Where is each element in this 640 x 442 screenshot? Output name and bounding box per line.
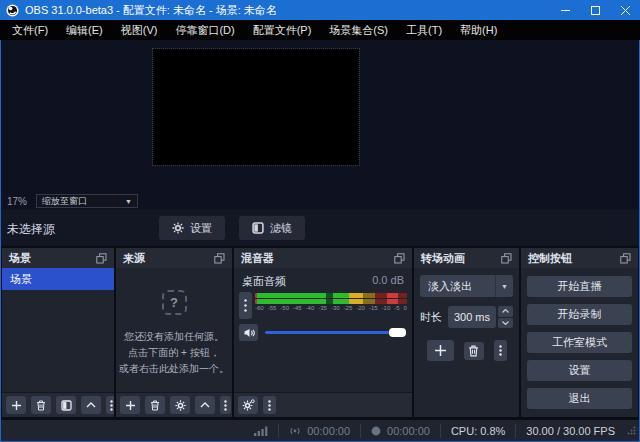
preview-zoom-row: 17% 缩放至窗口 ▼ [1,192,639,210]
mixer-body: 桌面音频 0.0 dB -60-55-50-45-40-35-30-25-20-… [234,268,412,392]
channel-options-button[interactable] [239,292,252,319]
stream-timer: 00:00:00 [278,424,360,438]
start-recording-button[interactable]: 开始录制 [527,304,632,325]
add-scene-button[interactable] [6,396,26,414]
duration-label: 时长 [420,310,442,325]
advanced-audio-button[interactable] [238,396,258,414]
exit-button[interactable]: 退出 [527,388,632,409]
volume-meter-left [255,293,407,298]
transition-more-button[interactable] [494,340,507,361]
duration-decrease-button[interactable] [498,318,513,329]
mixer-header: 混音器 [234,248,412,268]
add-transition-button[interactable] [427,340,454,361]
settings-button[interactable]: 设置 [527,360,632,381]
zoom-level-label: 17% [7,196,27,207]
obs-logo-icon [6,4,19,17]
remove-source-button[interactable] [145,396,165,414]
controls-title: 控制按钮 [528,251,572,266]
connection-status [244,424,278,438]
add-source-button[interactable] [120,396,140,414]
source-move-up-button[interactable] [195,396,215,414]
mixer-more-button[interactable] [263,396,276,414]
sources-title: 来源 [123,251,145,266]
cpu-usage: CPU: 0.8% [440,424,515,438]
sources-empty-state: ? 您还没有添加任何源。 点击下面的 + 按钮， 或者右击此处添加一个。 [116,290,232,377]
duration-spinbox[interactable]: 300 ms [448,306,513,328]
sources-more-button[interactable] [220,396,231,414]
menu-help[interactable]: 帮助(H) [451,20,506,40]
controls-panel: 控制按钮 开始直播 开始录制 工作室模式 设置 退出 [521,248,638,417]
obs-window: OBS 31.0.0-beta3 - 配置文件: 未命名 - 场景: 未命名 文… [0,0,640,442]
popout-icon[interactable] [394,253,405,264]
studio-mode-button[interactable]: 工作室模式 [527,332,632,353]
start-streaming-button[interactable]: 开始直播 [527,276,632,297]
empty-hint-line1: 您还没有添加任何源。 [119,329,229,345]
sources-toolbar [116,392,232,417]
sources-panel: 来源 ? 您还没有添加任何源。 点击下面的 + 按钮， 或者右击此处添加一个。 [116,248,232,417]
menu-view[interactable]: 视图(V) [112,20,167,40]
question-mark-icon: ? [162,290,187,315]
scene-list-item[interactable]: 场景 [2,268,114,290]
record-time: 00:00:00 [387,425,430,437]
signal-bars-icon [254,426,268,436]
remove-transition-button[interactable] [464,342,484,360]
record-icon [371,426,381,436]
audio-channel-name: 桌面音频 [242,274,286,289]
chevron-down-icon: ▼ [495,275,513,297]
source-filters-label: 滤镜 [270,221,292,236]
menu-scene-collection[interactable]: 场景集合(S) [320,20,397,40]
menu-docks[interactable]: 停靠窗口(D) [166,20,243,40]
fps-readout: 30.00 / 30.00 FPS [515,424,625,438]
source-properties-toolbar-button[interactable] [170,396,190,414]
mixer-toolbar [234,392,412,417]
duration-value: 300 ms [448,306,496,328]
controls-body: 开始直播 开始录制 工作室模式 设置 退出 [521,268,638,417]
broadcast-icon [289,425,301,437]
sources-header: 来源 [116,248,232,268]
scenes-panel: 场景 场景 [2,248,114,417]
scale-mode-dropdown[interactable]: 缩放至窗口 ▼ [36,194,138,208]
source-context-bar: 未选择源 设置 滤镜 [1,210,639,246]
source-list[interactable]: ? 您还没有添加任何源。 点击下面的 + 按钮， 或者右击此处添加一个。 [116,268,232,392]
gear-icon [172,222,184,234]
preview-area: 17% 缩放至窗口 ▼ [1,40,639,192]
scenes-toolbar [2,392,114,417]
remove-scene-button[interactable] [31,396,51,414]
volume-slider[interactable] [265,326,406,339]
scene-filters-button[interactable] [56,396,76,414]
popout-icon[interactable] [620,253,631,264]
mute-button[interactable] [239,324,258,341]
maximize-button[interactable] [580,0,610,20]
mixer-title: 混音器 [241,251,274,266]
popout-icon[interactable] [96,253,107,264]
preview-canvas[interactable] [153,49,359,165]
popout-icon[interactable] [214,253,225,264]
volume-slider-handle[interactable] [389,328,406,337]
dock-area: 场景 场景 来源 ? [1,246,639,419]
record-timer: 00:00:00 [360,424,440,438]
meter-scale: -60-55-50-45-40-35-30-25-20-15-10-50 [255,305,407,312]
popout-icon[interactable] [501,253,512,264]
menu-file[interactable]: 文件(F) [3,20,57,40]
source-properties-label: 设置 [190,221,212,236]
minimize-button[interactable] [550,0,580,20]
duration-increase-button[interactable] [498,306,513,317]
source-properties-button[interactable]: 设置 [159,216,225,240]
transition-select[interactable]: 淡入淡出 ▼ [420,275,513,297]
transition-select-value: 淡入淡出 [420,279,480,294]
empty-hint-line2: 点击下面的 + 按钮， [119,345,229,361]
scene-move-up-button[interactable] [81,396,101,414]
controls-header: 控制按钮 [521,248,638,268]
menu-edit[interactable]: 编辑(E) [57,20,112,40]
scene-list: 场景 [2,268,114,392]
window-title: OBS 31.0.0-beta3 - 配置文件: 未命名 - 场景: 未命名 [25,3,277,18]
statusbar: 00:00:00 00:00:00 CPU: 0.8% 30.00 / 30.0… [1,419,639,441]
menu-tools[interactable]: 工具(T) [397,20,451,40]
resize-grip[interactable] [627,426,636,435]
scenes-more-button[interactable] [106,396,114,414]
close-button[interactable] [610,0,640,20]
audio-mixer-panel: 混音器 桌面音频 0.0 dB -60-55-50-45-40-35-30-25… [234,248,412,417]
menu-profile[interactable]: 配置文件(P) [244,20,321,40]
transitions-title: 转场动画 [421,251,465,266]
source-filters-button[interactable]: 滤镜 [239,216,305,240]
